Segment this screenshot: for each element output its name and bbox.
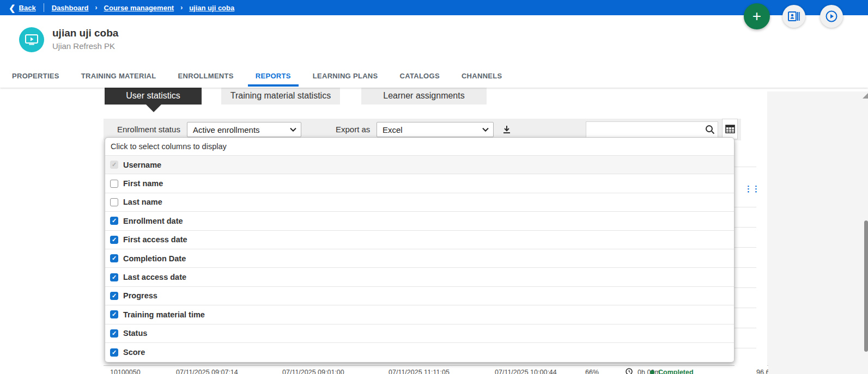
column-option-label: Last access date bbox=[123, 273, 186, 281]
tab-channels[interactable]: CHANNELS bbox=[462, 72, 502, 87]
cell-enrollment-date: 07/11/2025 09:07:14 bbox=[176, 369, 238, 374]
checkbox[interactable] bbox=[110, 236, 118, 244]
column-selector-button[interactable] bbox=[722, 119, 738, 139]
checkbox[interactable] bbox=[110, 329, 118, 338]
scrollbar-thumb[interactable] bbox=[864, 220, 868, 352]
tab-catalogs[interactable]: CATALOGS bbox=[400, 72, 440, 87]
column-option-enrollment-date[interactable]: Enrollment date bbox=[105, 212, 734, 230]
tab-enrollments[interactable]: ENROLLMENTS bbox=[178, 72, 234, 87]
download-icon bbox=[502, 125, 511, 134]
checkbox[interactable] bbox=[110, 348, 118, 357]
download-export-button[interactable] bbox=[500, 123, 513, 136]
column-option-label: Training material time bbox=[123, 310, 205, 319]
breadcrumb-course-management[interactable]: Course management bbox=[104, 4, 174, 12]
page-background bbox=[767, 91, 868, 374]
checkbox bbox=[110, 161, 118, 169]
chevron-down-icon bbox=[482, 127, 489, 132]
search-box bbox=[586, 121, 718, 138]
enrollment-status-value: Active enrollments bbox=[193, 125, 260, 134]
cell-last-access-date: 07/11/2025 10:00:44 bbox=[495, 369, 557, 374]
tab-reports[interactable]: REPORTS bbox=[256, 72, 291, 87]
scrollbar-top-arrow[interactable] bbox=[863, 93, 868, 99]
checkbox[interactable] bbox=[110, 273, 118, 281]
cell-training-material-time: 0h 00m bbox=[638, 369, 660, 374]
column-option-progress[interactable]: Progress bbox=[105, 287, 734, 305]
breadcrumb: Dashboard › Course management › ujian uj… bbox=[52, 4, 235, 12]
status-dot-icon bbox=[650, 370, 654, 374]
breadcrumb-separator-icon: › bbox=[180, 4, 183, 11]
column-option-label: Status bbox=[123, 329, 147, 338]
tab-properties[interactable]: PROPERTIES bbox=[12, 72, 59, 87]
subtab-user-statistics[interactable]: User statistics bbox=[105, 87, 202, 105]
row-menu-icon[interactable]: ⋮⋮ bbox=[744, 184, 760, 194]
column-option-label: Last name bbox=[123, 198, 162, 206]
play-circle-icon bbox=[825, 10, 837, 22]
column-option-label: Completion Date bbox=[123, 254, 186, 263]
column-option-first-access-date[interactable]: First access date bbox=[105, 231, 734, 249]
export-as-value: Excel bbox=[383, 125, 403, 134]
enrollment-status-select[interactable]: Active enrollments bbox=[187, 122, 301, 137]
checkbox[interactable] bbox=[110, 217, 118, 225]
column-option-username: Username bbox=[105, 156, 734, 174]
breadcrumb-separator-icon: › bbox=[95, 4, 98, 11]
back-button[interactable]: ❮ Back bbox=[0, 4, 44, 12]
top-bar: ❮ Back Dashboard › Course management › u… bbox=[0, 0, 868, 15]
course-avatar bbox=[19, 27, 44, 52]
column-option-label: Enrollment date bbox=[123, 217, 183, 225]
page-title: ujian uji coba bbox=[52, 27, 118, 39]
tab-learning-plans[interactable]: LEARNING PLANS bbox=[313, 72, 378, 87]
add-button[interactable]: + bbox=[744, 3, 770, 29]
column-option-status[interactable]: Status bbox=[105, 324, 734, 343]
clock-icon bbox=[626, 368, 633, 374]
column-option-training-material-time[interactable]: Training material time bbox=[105, 305, 734, 324]
cell-username: 10100050 bbox=[110, 369, 141, 374]
column-option-score[interactable]: Score bbox=[105, 343, 734, 361]
columns-dropdown: Click to select columns to display Usern… bbox=[105, 137, 735, 363]
column-option-first-name[interactable]: First name bbox=[105, 174, 734, 193]
video-monitor-icon bbox=[25, 33, 39, 46]
cell-completion-date: 07/11/2025 11:11:05 bbox=[389, 369, 450, 374]
active-subtab-pointer bbox=[146, 105, 161, 112]
search-icon[interactable] bbox=[702, 125, 718, 134]
column-option-completion-date[interactable]: Completion Date bbox=[105, 249, 734, 268]
column-option-label: Progress bbox=[123, 291, 157, 300]
back-chevron-icon: ❮ bbox=[9, 4, 16, 12]
chevron-down-icon bbox=[290, 127, 296, 132]
back-link[interactable]: Back bbox=[19, 4, 36, 12]
columns-dropdown-title: Click to select columns to display bbox=[105, 138, 734, 156]
checkbox[interactable] bbox=[110, 180, 118, 188]
enrollment-status-label: Enrollment status bbox=[117, 125, 180, 134]
checkbox[interactable] bbox=[110, 254, 118, 262]
column-option-last-access-date[interactable]: Last access date bbox=[105, 268, 734, 286]
breadcrumb-current-course[interactable]: ujian uji coba bbox=[189, 4, 234, 12]
export-as-select[interactable]: Excel bbox=[377, 122, 494, 137]
search-input[interactable] bbox=[586, 122, 702, 137]
course-subtitle: Ujian Refresh PK bbox=[52, 41, 115, 51]
subtab-training-material-statistics[interactable]: Training material statistics bbox=[221, 87, 340, 105]
enrollments-card-button[interactable] bbox=[782, 5, 805, 28]
subtab-learner-assignments[interactable]: Learner assignments bbox=[361, 87, 487, 105]
cell-score: 96.67 bbox=[756, 369, 768, 374]
table-row: 10100050 07/11/2025 09:07:14 07/11/2025 … bbox=[104, 365, 768, 374]
course-header: ujian uji coba Ujian Refresh PK PROPERTI… bbox=[0, 15, 868, 88]
table-edge-strip: ⋮⋮ bbox=[735, 140, 767, 366]
column-option-label: First name bbox=[123, 179, 163, 188]
checkbox[interactable] bbox=[110, 292, 118, 300]
page: ❮ Back Dashboard › Course management › u… bbox=[0, 0, 868, 374]
cell-progress: 66% bbox=[585, 369, 599, 374]
column-option-label: Score bbox=[123, 348, 145, 357]
contact-card-icon bbox=[788, 11, 800, 21]
column-option-label: Username bbox=[123, 161, 161, 169]
checkbox[interactable] bbox=[110, 198, 118, 206]
main-tabs: PROPERTIES TRAINING MATERIAL ENROLLMENTS… bbox=[12, 72, 502, 87]
breadcrumb-dashboard[interactable]: Dashboard bbox=[52, 4, 89, 12]
cell-first-access-date: 07/11/2025 09:01:00 bbox=[282, 369, 344, 374]
tab-training-material[interactable]: TRAINING MATERIAL bbox=[81, 72, 156, 87]
cell-status: Completed bbox=[658, 369, 694, 374]
preview-course-button[interactable] bbox=[820, 5, 843, 28]
column-option-last-name[interactable]: Last name bbox=[105, 193, 734, 212]
column-option-label: First access date bbox=[123, 235, 187, 244]
table-columns-icon bbox=[725, 125, 735, 133]
topbar-divider bbox=[44, 3, 44, 12]
checkbox[interactable] bbox=[110, 310, 118, 318]
